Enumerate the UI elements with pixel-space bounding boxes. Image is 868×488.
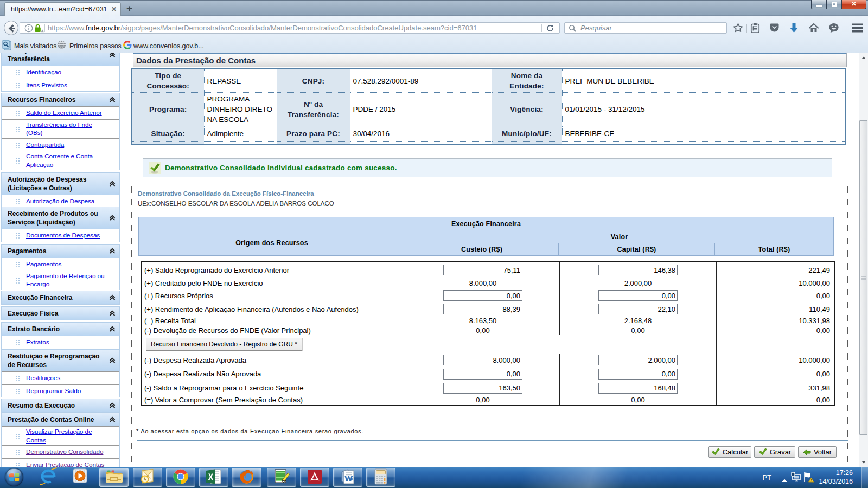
svg-text:!: ! [810,478,812,482]
